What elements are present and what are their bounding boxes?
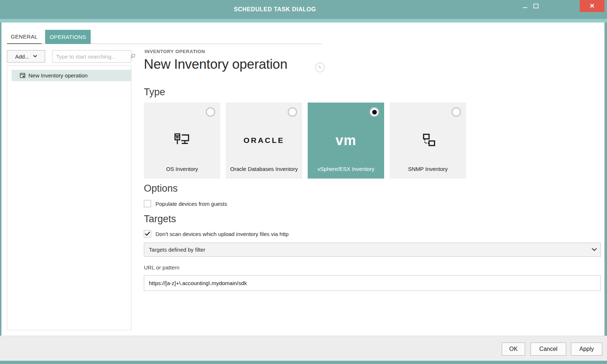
card-label: Oracle Databases Inventory	[228, 165, 300, 173]
add-button[interactable]: Add...	[7, 50, 45, 63]
oracle-wordmark: ORACLE	[226, 125, 302, 156]
pencil-icon: ✎	[318, 65, 322, 70]
page-title: New Inventory operation	[144, 57, 287, 72]
apply-button[interactable]: Apply	[571, 343, 602, 356]
targets-heading: Targets	[144, 213, 176, 225]
tab-operations-label: OPERATIONS	[50, 34, 86, 40]
tab-general-label: GENERAL	[11, 33, 38, 40]
maximize-button[interactable]	[531, 0, 541, 12]
type-card-oracle-databases-inventory[interactable]: ORACLE Oracle Databases Inventory	[226, 103, 302, 179]
search-box	[52, 50, 131, 63]
targets-filter-select[interactable]: Targets defined by filter	[144, 243, 601, 257]
search-input[interactable]	[52, 53, 130, 60]
card-label: OS Inventory	[146, 165, 218, 173]
window-bottom-border	[0, 361, 607, 364]
titlebar: SCHEDULED TASK DIALOG ✕	[0, 0, 607, 19]
radio-os-inventory[interactable]	[206, 107, 215, 117]
checkmark-icon	[145, 232, 150, 236]
maximize-icon	[533, 4, 539, 8]
tab-general[interactable]: GENERAL	[7, 30, 42, 44]
type-card-os-inventory[interactable]: OS Inventory	[144, 103, 220, 179]
edit-title-button[interactable]: ✎	[315, 63, 325, 72]
minimize-button[interactable]	[520, 0, 530, 12]
search-icon	[130, 53, 136, 59]
chevron-down-icon	[592, 248, 597, 251]
minimize-icon	[523, 7, 527, 8]
footer-bar: OK Cancel Apply	[0, 336, 607, 361]
snmp-icon	[390, 125, 466, 156]
targets-filter-value: Targets defined by filter	[149, 247, 205, 253]
chevron-down-icon	[33, 55, 37, 58]
type-heading: Type	[144, 87, 165, 98]
radio-oracle-inventory[interactable]	[288, 107, 297, 117]
operations-list-panel: New Inventory operation	[7, 65, 131, 330]
vmware-logo: vm	[308, 125, 384, 156]
list-item-new-inventory-operation[interactable]: New Inventory operation	[12, 70, 131, 81]
list-item-label: New Inventory operation	[28, 72, 88, 79]
dont-scan-checkbox[interactable]	[144, 230, 151, 237]
populate-devices-checkbox[interactable]	[144, 200, 151, 207]
populate-devices-label: Populate devices from guests	[155, 201, 227, 207]
dont-scan-label: Don't scan devices which upload inventor…	[155, 231, 289, 237]
titlebar-accent-strip	[0, 19, 607, 23]
options-heading: Options	[144, 183, 178, 194]
os-inventory-icon	[144, 125, 220, 156]
scheduled-task-dialog: SCHEDULED TASK DIALOG ✕ GENERAL OPERATIO…	[0, 0, 607, 364]
close-icon: ✕	[590, 2, 595, 10]
operation-icon	[20, 73, 26, 79]
add-button-label: Add...	[15, 53, 29, 60]
type-card-snmp-inventory[interactable]: SNMP Inventory	[390, 103, 466, 179]
cancel-button[interactable]: Cancel	[531, 343, 566, 356]
close-button[interactable]: ✕	[580, 0, 604, 12]
radio-snmp-inventory[interactable]	[452, 107, 461, 117]
radio-vsphere-inventory[interactable]	[370, 107, 379, 117]
card-label: vSphere/ESX Inventory	[310, 165, 382, 173]
type-card-vsphere-esx-inventory[interactable]: vm vSphere/ESX Inventory	[308, 103, 384, 179]
section-eyebrow: INVENTORY OPERATION	[145, 49, 205, 54]
ok-button[interactable]: OK	[502, 343, 525, 356]
dont-scan-checkbox-row: Don't scan devices which upload inventor…	[144, 230, 289, 237]
window-title: SCHEDULED TASK DIALOG	[0, 0, 550, 19]
url-pattern-input[interactable]	[144, 275, 601, 291]
url-pattern-label: URL or pattern	[144, 264, 180, 271]
tab-operations[interactable]: OPERATIONS	[45, 30, 91, 44]
populate-devices-checkbox-row: Populate devices from guests	[144, 200, 227, 207]
card-label: SNMP Inventory	[392, 165, 464, 173]
